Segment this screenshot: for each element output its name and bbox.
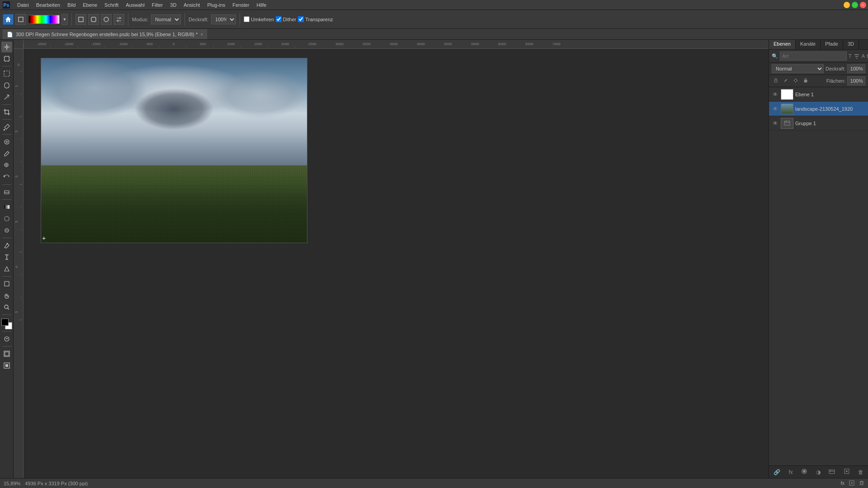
color-swatches[interactable]	[1, 319, 12, 329]
delete-status-button[interactable]	[859, 480, 864, 487]
document-tab[interactable]: 📄 300 DPI Regen Schnee Regenbogen erstel…	[3, 29, 207, 39]
healing-tool[interactable]	[1, 136, 12, 147]
transparenz-checkbox[interactable]	[298, 16, 304, 22]
fx-icon[interactable]: fx	[840, 480, 844, 487]
menu-3d[interactable]: 3D	[166, 1, 180, 9]
tab-ebenen[interactable]: Ebenen	[769, 40, 796, 49]
layers-search: 🔍 T A fx ◈	[769, 50, 868, 63]
menu-filter[interactable]: Filter	[148, 1, 166, 9]
layer-thumb-ebene1	[781, 89, 793, 100]
gradient-options-button[interactable]: ▼	[61, 14, 68, 25]
svg-text:3500: 3500	[363, 42, 371, 46]
new-document-button[interactable]	[15, 14, 26, 25]
rect-shape-button[interactable]	[75, 14, 86, 25]
mode-select[interactable]: Normal	[151, 14, 181, 24]
layer-item-landscape[interactable]: 👁 landscape-2130524_1920	[769, 102, 868, 116]
add-style-button[interactable]: fx	[787, 468, 794, 476]
svg-text:4: 4	[14, 266, 19, 268]
wand-tool[interactable]	[1, 92, 12, 103]
opacity-select[interactable]: 100%	[211, 14, 236, 24]
dodge-tool[interactable]	[1, 225, 12, 236]
layer-type-button[interactable]: T	[849, 52, 852, 60]
tab-pfade[interactable]: Pfade	[821, 40, 843, 49]
add-mask-button[interactable]	[799, 467, 809, 477]
gradient-preview[interactable]	[28, 15, 60, 24]
menu-ebene[interactable]: Ebene	[79, 1, 101, 9]
menu-ansicht[interactable]: Ansicht	[180, 1, 203, 9]
menu-auswahl[interactable]: Auswahl	[122, 1, 148, 9]
menu-bar: Ps Datei Bearbeiten Bild Ebene Schrift A…	[0, 0, 868, 10]
new-adjustment-button[interactable]: ◑	[814, 468, 822, 476]
layer-name-ebene1: Ebene 1	[795, 92, 865, 97]
home-button[interactable]	[3, 14, 14, 25]
menu-datei[interactable]: Datei	[14, 1, 33, 9]
dither-checkbox[interactable]	[276, 16, 282, 22]
brush-tool[interactable]	[1, 148, 12, 159]
type-tool[interactable]	[1, 252, 12, 263]
lock-transparent-button[interactable]	[772, 77, 780, 84]
artboard-tool[interactable]	[1, 53, 12, 64]
umkehren-checkbox[interactable]	[244, 16, 250, 22]
layer-item-gruppe1[interactable]: 👁 Gruppe 1	[769, 116, 868, 131]
history-brush-tool[interactable]	[1, 172, 12, 183]
tool-separator-2	[2, 104, 11, 105]
maximize-button[interactable]: □	[852, 2, 858, 8]
document-tab-name: 300 DPI Regen Schnee Regenbogen erstelle…	[16, 32, 198, 37]
selection-tool[interactable]	[1, 68, 12, 79]
pen-tool[interactable]	[1, 240, 12, 251]
menu-hilfe[interactable]: Hilfe	[253, 1, 270, 9]
document-tab-close[interactable]: ×	[200, 32, 203, 37]
ellipse-button[interactable]	[101, 14, 112, 25]
fill-input[interactable]	[847, 76, 865, 85]
layer-visibility-filter[interactable]	[854, 52, 860, 60]
lasso-tool[interactable]	[1, 80, 12, 91]
new-layer-button[interactable]	[842, 467, 852, 477]
menu-plugins[interactable]: Plug-ins	[203, 1, 229, 9]
gradient-tool[interactable]	[1, 202, 12, 212]
tab-kanaele[interactable]: Kanäle	[796, 40, 821, 49]
new-layer-status-button[interactable]	[849, 480, 854, 487]
layers-search-input[interactable]	[780, 52, 847, 61]
menu-schrift[interactable]: Schrift	[101, 1, 122, 9]
screen-mode-button[interactable]	[1, 348, 12, 359]
tab-3d[interactable]: 3D	[843, 40, 859, 49]
svg-point-6	[6, 47, 7, 47]
lock-all-button[interactable]	[802, 77, 810, 84]
crop-tool[interactable]	[1, 107, 12, 117]
delete-layer-button[interactable]: 🗑	[856, 468, 865, 476]
zoom-tool[interactable]	[1, 302, 12, 313]
close-button[interactable]: ×	[860, 2, 866, 8]
menu-bearbeiten[interactable]: Bearbeiten	[33, 1, 64, 9]
layer-vis-ebene1[interactable]: 👁	[772, 91, 779, 98]
toolbar-divider-2	[128, 13, 128, 26]
shape-tool[interactable]	[1, 278, 12, 289]
opacity-input[interactable]	[847, 64, 865, 73]
eraser-tool[interactable]	[1, 187, 12, 197]
hand-tool[interactable]	[1, 290, 12, 301]
extra-tools-button[interactable]	[1, 360, 12, 371]
layer-vis-gruppe1[interactable]: 👁	[772, 120, 779, 127]
minimize-button[interactable]: −	[844, 2, 850, 8]
blend-mode-row: Normal Deckraft:	[769, 63, 868, 75]
path-select-tool[interactable]	[1, 263, 12, 274]
link-layers-button[interactable]: 🔗	[772, 468, 782, 476]
eyedropper-tool[interactable]	[1, 122, 12, 132]
layer-vis-landscape[interactable]: 👁	[772, 105, 779, 113]
layer-item-ebene1[interactable]: 👁 Ebene 1	[769, 87, 868, 102]
svg-text:1500: 1500	[254, 42, 262, 46]
reverse-button[interactable]	[113, 14, 124, 25]
clone-tool[interactable]	[1, 160, 12, 171]
quick-mask-button[interactable]	[1, 333, 12, 344]
new-group-button[interactable]	[827, 467, 837, 477]
rounded-rect-button[interactable]	[88, 14, 99, 25]
blur-tool[interactable]	[1, 213, 12, 224]
menu-bild[interactable]: Bild	[64, 1, 79, 9]
foreground-color-swatch[interactable]	[1, 319, 9, 326]
blend-mode-select[interactable]: Normal	[772, 64, 824, 73]
layer-adjustment-filter[interactable]: A	[862, 52, 865, 60]
svg-rect-76	[774, 80, 777, 82]
lock-position-button[interactable]	[792, 77, 800, 84]
lock-pixels-button[interactable]	[782, 77, 790, 84]
move-tool[interactable]	[1, 42, 12, 52]
menu-fenster[interactable]: Fenster	[229, 1, 253, 9]
